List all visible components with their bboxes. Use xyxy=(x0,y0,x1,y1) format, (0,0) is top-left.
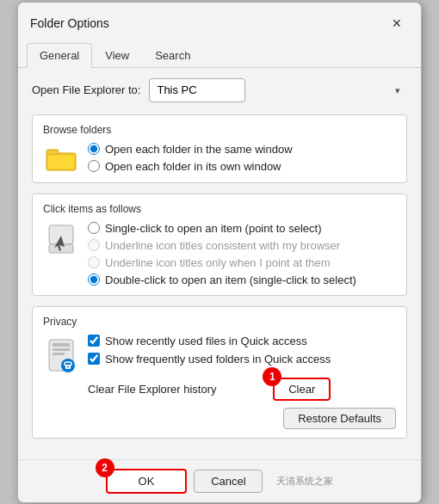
privacy-option-1[interactable]: Show recently used files in Quick access xyxy=(88,335,331,347)
svg-rect-9 xyxy=(53,353,65,355)
privacy-checkboxes: Show recently used files in Quick access… xyxy=(88,335,331,401)
watermark: 天清系统之家 xyxy=(276,475,333,488)
folder-icon xyxy=(43,143,79,174)
restore-defaults-button[interactable]: Restore Defaults xyxy=(283,408,396,429)
folder-options-dialog: Folder Options ✕ General View Search Ope… xyxy=(17,2,422,503)
click-option-2: Underline icon titles consistent with my… xyxy=(88,239,356,252)
svg-point-13 xyxy=(67,366,69,367)
badge-2: 2 xyxy=(96,458,114,477)
click-items-radio-group: Single-click to open an item (point to s… xyxy=(88,222,356,286)
click-option-4[interactable]: Double-click to open an item (single-cli… xyxy=(88,274,356,286)
privacy-section: Privacy xyxy=(32,306,407,439)
cancel-button[interactable]: Cancel xyxy=(194,470,263,493)
clear-button[interactable]: Clear xyxy=(273,378,331,401)
open-file-explorer-select[interactable]: This PC Quick access xyxy=(149,78,245,102)
svg-rect-7 xyxy=(53,343,70,347)
click-radio-1[interactable] xyxy=(88,222,100,234)
click-items-section: Click items as follows Single-click to o… xyxy=(32,194,407,296)
browse-radio-2[interactable] xyxy=(88,160,100,172)
badge-1: 1 xyxy=(263,367,281,386)
browse-option-2[interactable]: Open each folder in its own window xyxy=(88,160,293,173)
browse-folders-radio-group: Open each folder in the same window Open… xyxy=(88,143,293,173)
tab-search[interactable]: Search xyxy=(142,43,203,68)
clear-label: Clear File Explorer history xyxy=(88,383,217,396)
svg-rect-1 xyxy=(46,150,59,155)
browse-radio-1[interactable] xyxy=(88,143,100,155)
tab-content-general: Open File Explorer to: This PC Quick acc… xyxy=(18,68,421,459)
click-items-inner: Single-click to open an item (point to s… xyxy=(43,222,396,286)
cursor-icon xyxy=(43,222,79,258)
privacy-option-2[interactable]: Show frequently used folders in Quick ac… xyxy=(88,353,331,366)
open-file-explorer-label: Open File Explorer to: xyxy=(32,83,140,96)
close-button[interactable]: ✕ xyxy=(385,11,409,35)
click-option-3: Underline icon titles only when I point … xyxy=(88,256,356,269)
click-radio-3 xyxy=(88,256,100,268)
click-items-legend: Click items as follows xyxy=(43,203,396,215)
browse-folders-section: Browse folders Open each folder in the s… xyxy=(32,114,407,183)
restore-row: Restore Defaults xyxy=(43,408,396,429)
tab-general[interactable]: General xyxy=(27,43,92,68)
click-radio-4[interactable] xyxy=(88,274,100,286)
click-option-1[interactable]: Single-click to open an item (point to s… xyxy=(88,222,356,235)
svg-rect-8 xyxy=(53,348,70,351)
tab-view[interactable]: View xyxy=(92,43,142,68)
clear-btn-wrapper: 1 Clear xyxy=(273,378,331,401)
open-file-explorer-row: Open File Explorer to: This PC Quick acc… xyxy=(32,78,407,102)
browse-folders-legend: Browse folders xyxy=(43,124,396,136)
bottom-bar: 2 OK Cancel 天清系统之家 xyxy=(18,459,421,502)
title-bar: Folder Options ✕ xyxy=(18,3,421,35)
clear-row: Clear File Explorer history 1 Clear xyxy=(88,378,331,401)
privacy-legend: Privacy xyxy=(43,316,396,328)
click-radio-2 xyxy=(88,239,100,251)
open-file-explorer-select-wrapper: This PC Quick access xyxy=(149,78,407,102)
privacy-checkbox-2[interactable] xyxy=(88,353,100,365)
browse-option-1[interactable]: Open each folder in the same window xyxy=(88,143,293,156)
tab-bar: General View Search xyxy=(18,42,421,68)
svg-rect-2 xyxy=(47,155,75,169)
privacy-icon xyxy=(43,335,79,376)
dialog-title: Folder Options xyxy=(30,16,109,30)
privacy-checkbox-1[interactable] xyxy=(88,335,100,347)
ok-button[interactable]: OK xyxy=(106,469,188,494)
browse-folders-inner: Open each folder in the same window Open… xyxy=(43,143,396,174)
privacy-inner: Show recently used files in Quick access… xyxy=(43,335,396,401)
ok-btn-wrapper: 2 OK xyxy=(106,469,188,494)
